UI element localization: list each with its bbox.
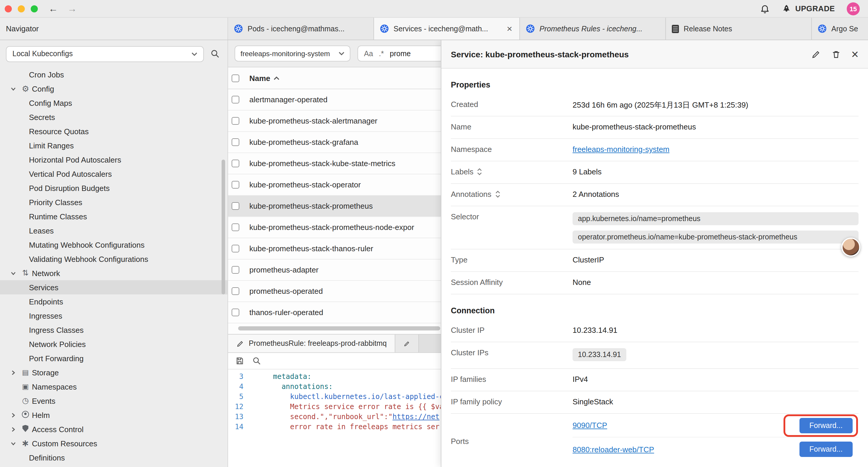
- expand-collapse-icon[interactable]: [495, 191, 500, 198]
- dock-tab-partial[interactable]: [396, 334, 419, 352]
- back-button[interactable]: ←: [44, 4, 63, 13]
- chevron-slot: [11, 412, 20, 418]
- name-column-header[interactable]: Name: [249, 74, 270, 83]
- match-case-toggle[interactable]: Aa: [364, 49, 373, 58]
- row-checkbox[interactable]: [231, 138, 239, 146]
- port-link[interactable]: 9090/TCP: [572, 421, 607, 430]
- tab[interactable]: Argo Se: [812, 18, 868, 39]
- forward-button[interactable]: Forward...: [799, 442, 852, 457]
- annotations-value[interactable]: 2 Annotations: [572, 190, 859, 199]
- avatar[interactable]: [841, 238, 860, 257]
- sidebar-item-label: Network Policies: [29, 340, 86, 348]
- sidebar-item[interactable]: Horizontal Pod Autoscalers: [0, 152, 227, 167]
- sidebar-item[interactable]: Helm: [0, 408, 227, 422]
- kubeconfig-row: Local Kubeconfigs: [0, 40, 227, 67]
- tab[interactable]: Prometheus Rules - icecheng...: [520, 18, 666, 39]
- sidebar-search-icon[interactable]: [209, 47, 222, 60]
- sidebar-item[interactable]: Network: [0, 266, 227, 280]
- sidebar-item[interactable]: Network Policies: [0, 337, 227, 351]
- port-link[interactable]: 8080:reloader-web/TCP: [572, 445, 654, 454]
- sidebar-item[interactable]: Runtime Classes: [0, 209, 227, 224]
- regex-toggle[interactable]: .*: [379, 49, 384, 58]
- sidebar-item[interactable]: Endpoints: [0, 294, 227, 309]
- service-name: thanos-ruler-operated: [249, 308, 323, 317]
- editor-search-icon[interactable]: [252, 356, 261, 365]
- sidebar-item[interactable]: Secrets: [0, 110, 227, 124]
- sidebar-item[interactable]: Definitions: [0, 450, 227, 465]
- sidebar-item[interactable]: Resource Quotas: [0, 124, 227, 138]
- zoom-window-button[interactable]: [31, 5, 38, 12]
- sidebar-item[interactable]: Pod Disruption Budgets: [0, 181, 227, 195]
- sidebar-item[interactable]: Config: [0, 82, 227, 96]
- sidebar-item[interactable]: Priority Classes: [0, 195, 227, 209]
- sidebar-item[interactable]: Validating Webhook Configurations: [0, 252, 227, 266]
- row-checkbox[interactable]: [231, 96, 239, 104]
- row-checkbox[interactable]: [231, 181, 239, 188]
- row-checkbox[interactable]: [231, 202, 239, 210]
- sidebar-item-label: Services: [29, 283, 59, 292]
- sidebar-item-label: Limit Ranges: [29, 141, 74, 150]
- forward-button[interactable]: Forward...: [799, 418, 852, 433]
- search-input[interactable]: Aa .* prome: [358, 46, 447, 61]
- selector-badge: app.kubernetes.io/name=prometheus: [572, 212, 859, 225]
- sidebar-item[interactable]: Ingresses: [0, 309, 227, 323]
- namespace-filter-select[interactable]: freeleaps-monitoring-system: [235, 46, 350, 61]
- notifications-bell-icon[interactable]: [760, 4, 770, 13]
- forward-nav-button[interactable]: →: [63, 4, 82, 13]
- cluster-ip-value: 10.233.14.91: [572, 326, 859, 334]
- upgrade-button[interactable]: UPGRADE: [782, 4, 835, 13]
- sidebar-item[interactable]: Storage: [0, 365, 227, 380]
- close-window-button[interactable]: [5, 5, 12, 12]
- row-checkbox[interactable]: [231, 287, 239, 295]
- sidebar-item[interactable]: Port Forwarding: [0, 351, 227, 365]
- sidebar-item-label: Ingresses: [29, 311, 62, 320]
- session-affinity-row: Session Affinity None: [451, 272, 859, 294]
- delete-icon[interactable]: [831, 49, 840, 59]
- sort-ascending-icon[interactable]: [274, 76, 280, 80]
- row-checkbox[interactable]: [231, 224, 239, 231]
- ip-policy-label: IP family policy: [451, 397, 572, 406]
- namespace-link[interactable]: freeleaps-monitoring-system: [572, 145, 670, 154]
- row-checkbox[interactable]: [231, 266, 239, 274]
- tab[interactable]: Pods - icecheng@mathmas...: [228, 18, 374, 39]
- tab[interactable]: Services - icecheng@math... ×: [374, 18, 520, 39]
- minimize-window-button[interactable]: [18, 5, 25, 12]
- close-icon[interactable]: ×: [851, 48, 859, 60]
- notification-count-badge[interactable]: 15: [847, 2, 860, 15]
- dock-tab-active[interactable]: PrometheusRule: freeleaps-prod-rabbitmq: [228, 334, 396, 352]
- sidebar-item[interactable]: Leases: [0, 224, 227, 238]
- expand-collapse-icon[interactable]: [477, 168, 483, 176]
- sidebar-item[interactable]: Custom Resources: [0, 436, 227, 450]
- sidebar-item[interactable]: Events: [0, 394, 227, 408]
- row-checkbox[interactable]: [231, 309, 239, 316]
- sidebar-item[interactable]: Services: [0, 280, 227, 294]
- row-checkbox[interactable]: [231, 159, 239, 167]
- select-all-checkbox[interactable]: [231, 74, 239, 82]
- sidebar-item[interactable]: Config Maps: [0, 96, 227, 110]
- chevron-right-icon: [11, 427, 16, 432]
- ip-policy-row: IP family policy SingleStack: [451, 391, 859, 414]
- namespace-row: Namespace freeleaps-monitoring-system: [451, 139, 859, 162]
- sidebar-item[interactable]: Cron Jobs: [0, 67, 227, 82]
- sidebar-item[interactable]: Vertical Pod Autoscalers: [0, 167, 227, 181]
- annotations-label: Annotations: [451, 190, 491, 199]
- labels-row: Labels 9 Labels: [451, 162, 859, 184]
- row-checkbox[interactable]: [231, 245, 239, 253]
- save-icon[interactable]: [235, 356, 244, 365]
- scrollbar-thumb[interactable]: [238, 326, 440, 330]
- sidebar-item[interactable]: Limit Ranges: [0, 138, 227, 152]
- tab[interactable]: Release Notes: [666, 18, 812, 39]
- kubeconfig-selector[interactable]: Local Kubeconfigs: [6, 46, 204, 62]
- sidebar-item[interactable]: Ingress Classes: [0, 323, 227, 337]
- selector-row: Selector app.kubernetes.io/name=promethe…: [451, 206, 859, 250]
- sidebar-scrollbar[interactable]: [222, 159, 225, 294]
- tab-close-icon[interactable]: ×: [505, 24, 514, 33]
- ports-row: Ports 9090/TCP Forward... 8080:reloader-…: [451, 414, 859, 461]
- labels-value[interactable]: 9 Labels: [572, 167, 859, 176]
- sidebar-item[interactable]: Namespaces: [0, 380, 227, 394]
- row-checkbox[interactable]: [231, 117, 239, 125]
- upgrade-label: UPGRADE: [795, 4, 835, 13]
- sidebar-item[interactable]: Access Control: [0, 422, 227, 436]
- edit-icon[interactable]: [811, 49, 820, 59]
- sidebar-item[interactable]: Mutating Webhook Configurations: [0, 238, 227, 252]
